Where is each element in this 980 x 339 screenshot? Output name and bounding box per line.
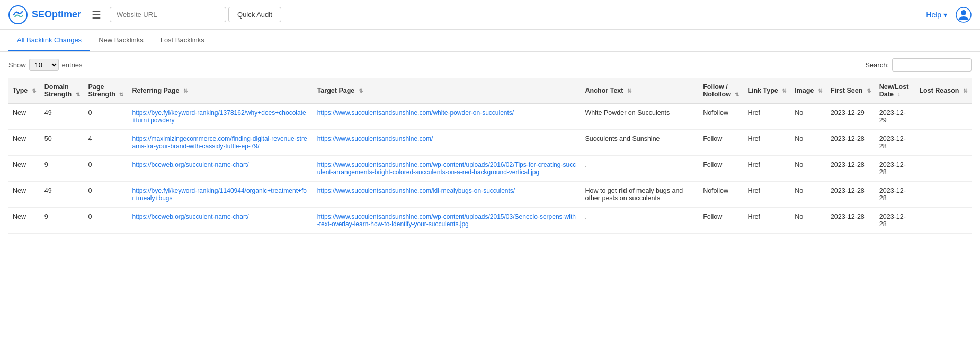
col-follow[interactable]: Follow /Nofollow ⇅ bbox=[699, 78, 743, 104]
col-referring-page[interactable]: Referring Page ⇅ bbox=[128, 78, 313, 104]
sort-icon-newlost: ↕ bbox=[897, 92, 900, 97]
sort-icon-domain: ⇅ bbox=[76, 92, 80, 97]
sort-icon-firstseen: ⇅ bbox=[867, 88, 871, 94]
sort-icon-anchor: ⇅ bbox=[627, 88, 631, 94]
table-link[interactable]: https://www.succulentsandsunshine.com/wh… bbox=[317, 109, 514, 117]
col-link-type[interactable]: Link Type ⇅ bbox=[743, 78, 790, 104]
table-row: New490https://bye.fyi/keyword-ranking/13… bbox=[8, 104, 972, 130]
table-link[interactable]: https://bye.fyi/keyword-ranking/1140944/… bbox=[132, 187, 307, 202]
table-link[interactable]: https://bceweb.org/succulent-name-chart/ bbox=[132, 213, 248, 220]
col-first-seen[interactable]: First Seen ⇅ bbox=[826, 78, 875, 104]
table-header-row: Type ⇅ DomainStrength ⇅ PageStrength ⇅ R… bbox=[8, 78, 972, 104]
table-row: New490https://bye.fyi/keyword-ranking/11… bbox=[8, 182, 972, 208]
table-link[interactable]: https://www.succulentsandsunshine.com/ bbox=[317, 135, 433, 142]
col-new-lost-date[interactable]: New/LostDate ↕ bbox=[875, 78, 915, 104]
sort-icon-image: ⇅ bbox=[818, 88, 822, 94]
sort-icon-target: ⇅ bbox=[359, 88, 363, 94]
entries-label: entries bbox=[62, 61, 83, 69]
table-link[interactable]: https://www.succulentsandsunshine.com/wp… bbox=[317, 213, 576, 228]
backlinks-table: Type ⇅ DomainStrength ⇅ PageStrength ⇅ R… bbox=[8, 78, 972, 234]
logo-text: SEOptimer bbox=[32, 9, 81, 20]
col-domain-strength[interactable]: DomainStrength ⇅ bbox=[40, 78, 84, 104]
backlinks-table-wrapper: Type ⇅ DomainStrength ⇅ PageStrength ⇅ R… bbox=[0, 78, 980, 234]
table-link[interactable]: https://bceweb.org/succulent-name-chart/ bbox=[132, 161, 248, 168]
col-lost-reason[interactable]: Lost Reason ⇅ bbox=[915, 78, 972, 104]
svg-point-2 bbox=[961, 10, 966, 15]
col-page-strength[interactable]: PageStrength ⇅ bbox=[84, 78, 128, 104]
search-input[interactable] bbox=[892, 58, 972, 72]
tab-lost-backlinks[interactable]: Lost Backlinks bbox=[152, 30, 213, 51]
table-link[interactable]: https://www.succulentsandsunshine.com/wp… bbox=[317, 161, 576, 176]
entries-select[interactable]: 10 25 50 100 bbox=[29, 59, 59, 71]
website-url-input[interactable] bbox=[110, 7, 226, 22]
help-button[interactable]: Help ▾ bbox=[926, 11, 947, 19]
sort-icon-type: ⇅ bbox=[32, 88, 36, 94]
quick-audit-button[interactable]: Quick Audit bbox=[228, 7, 281, 22]
show-entries-control: Show 10 25 50 100 entries bbox=[8, 59, 83, 71]
col-type[interactable]: Type ⇅ bbox=[8, 78, 40, 104]
col-anchor-text[interactable]: Anchor Text ⇅ bbox=[581, 78, 699, 104]
col-image[interactable]: Image ⇅ bbox=[790, 78, 826, 104]
tabs-bar: All Backlink Changes New Backlinks Lost … bbox=[0, 30, 980, 52]
hamburger-menu-icon[interactable]: ☰ bbox=[90, 6, 103, 23]
search-label: Search: bbox=[865, 61, 889, 69]
sort-icon-linktype: ⇅ bbox=[782, 88, 786, 94]
sort-icon-page: ⇅ bbox=[119, 92, 123, 97]
logo-area: SEOptimer bbox=[8, 5, 81, 24]
user-avatar-icon[interactable] bbox=[956, 7, 972, 23]
table-row: New90https://bceweb.org/succulent-name-c… bbox=[8, 208, 972, 234]
table-link[interactable]: https://bye.fyi/keyword-ranking/1378162/… bbox=[132, 109, 306, 124]
tab-new-backlinks[interactable]: New Backlinks bbox=[90, 30, 152, 51]
tab-all-backlink-changes[interactable]: All Backlink Changes bbox=[8, 30, 90, 51]
show-label: Show bbox=[8, 61, 26, 69]
table-row: New90https://bceweb.org/succulent-name-c… bbox=[8, 156, 972, 182]
sort-icon-follow: ⇅ bbox=[735, 92, 739, 97]
header: SEOptimer ☰ Quick Audit Help ▾ bbox=[0, 0, 980, 30]
table-link[interactable]: https://www.succulentsandsunshine.com/ki… bbox=[317, 187, 515, 194]
table-link[interactable]: https://maximizingecommerce.com/finding-… bbox=[132, 135, 307, 150]
table-row: New504https://maximizingecommerce.com/fi… bbox=[8, 130, 972, 156]
seoptimer-logo-icon bbox=[8, 5, 28, 24]
search-area: Search: bbox=[865, 58, 972, 72]
col-target-page[interactable]: Target Page ⇅ bbox=[313, 78, 581, 104]
sort-icon-referring: ⇅ bbox=[183, 88, 188, 94]
sort-icon-lostreason: ⇅ bbox=[963, 88, 967, 94]
header-right: Help ▾ bbox=[926, 7, 972, 23]
table-controls: Show 10 25 50 100 entries Search: bbox=[0, 52, 980, 78]
